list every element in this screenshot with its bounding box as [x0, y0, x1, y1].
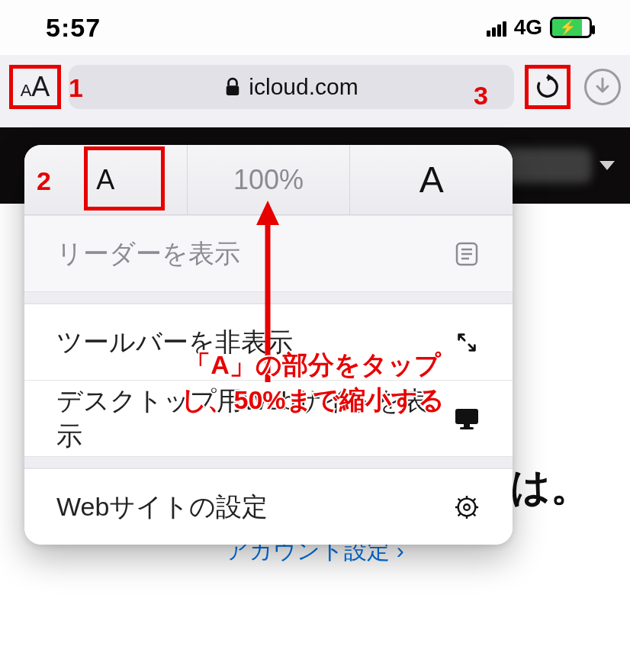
svg-rect-0	[227, 85, 239, 95]
battery-icon: ⚡	[550, 17, 592, 38]
website-settings-item[interactable]: Webサイトの設定	[24, 468, 513, 545]
annotation-number-3: 3	[474, 81, 488, 111]
menu-label: Webサイトの設定	[56, 490, 268, 525]
reader-icon	[453, 240, 481, 268]
url-domain: icloud.com	[249, 74, 358, 100]
annotation-number-2: 2	[37, 166, 51, 196]
lock-icon	[224, 77, 241, 97]
address-bar: AA icloud.com	[0, 55, 630, 127]
charging-bolt-icon: ⚡	[559, 21, 576, 34]
menu-separator	[24, 456, 513, 468]
redacted-text	[500, 148, 592, 183]
downloads-button[interactable]	[584, 69, 621, 105]
download-icon	[594, 77, 611, 97]
status-bar: 5:57 4G ⚡	[0, 0, 630, 55]
gear-icon	[453, 494, 481, 521]
annotation-number-1: 1	[69, 73, 83, 103]
zoom-in-button[interactable]: A	[350, 145, 513, 214]
svg-line-14	[458, 498, 461, 500]
chevron-down-icon	[599, 161, 615, 170]
annotation-text: 「A」の部分をタップ し、50%まで縮小する	[153, 348, 473, 418]
svg-marker-19	[256, 201, 279, 225]
svg-line-16	[474, 498, 476, 500]
svg-point-8	[458, 498, 476, 516]
reload-icon	[535, 74, 561, 100]
network-type: 4G	[514, 15, 542, 40]
svg-rect-7	[460, 427, 474, 429]
text-size-button[interactable]: AA	[9, 65, 61, 109]
annotation-box-2	[84, 146, 165, 211]
reload-button[interactable]	[525, 65, 571, 109]
text-size-icon: AA	[21, 71, 50, 103]
svg-line-15	[474, 513, 476, 516]
svg-point-9	[464, 504, 470, 510]
svg-line-17	[458, 513, 461, 516]
status-indicators: 4G ⚡	[487, 15, 592, 40]
svg-rect-6	[464, 424, 470, 427]
cellular-signal-icon	[487, 18, 506, 37]
status-time: 5:57	[46, 13, 101, 43]
menu-label: リーダーを表示	[56, 236, 240, 272]
url-field[interactable]: icloud.com	[69, 65, 514, 109]
